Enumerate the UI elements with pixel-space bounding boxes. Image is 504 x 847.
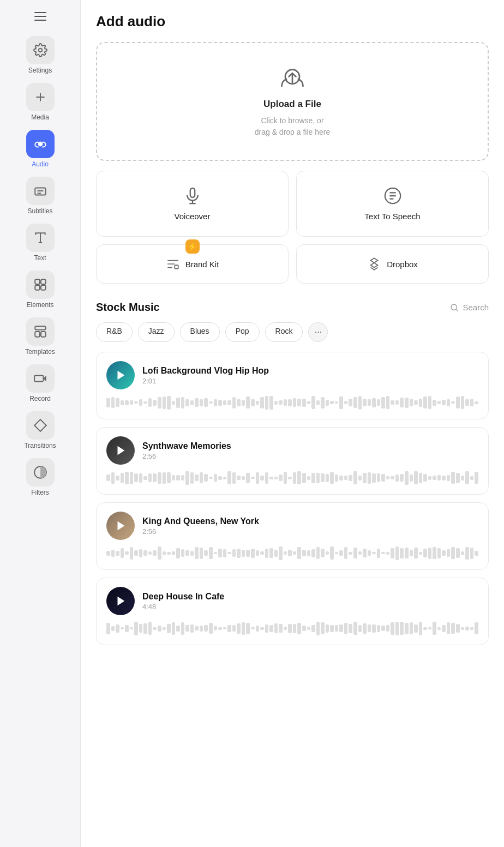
- settings-icon-wrap: [26, 36, 55, 64]
- stock-music-title: Stock Music: [96, 301, 160, 314]
- play-icon-1: [115, 369, 127, 381]
- svg-point-0: [38, 49, 42, 52]
- sidebar-item-transitions[interactable]: Transitions: [0, 407, 80, 454]
- text-label: Text: [34, 254, 46, 262]
- genre-jazz[interactable]: Jazz: [138, 322, 175, 342]
- page-title: Add audio: [96, 13, 489, 30]
- waveform-2: [106, 470, 478, 485]
- settings-label: Settings: [28, 67, 52, 74]
- text-icon-wrap: [26, 224, 55, 252]
- svg-rect-14: [35, 326, 46, 330]
- waveform-4: [106, 621, 478, 636]
- media-label: Media: [31, 113, 49, 121]
- genre-rnb[interactable]: R&B: [96, 322, 133, 342]
- track-info-2: Synthwave Memories 2:56: [142, 441, 478, 460]
- sidebar-item-filters[interactable]: Filters: [0, 454, 80, 501]
- sidebar-item-templates[interactable]: Templates: [0, 313, 80, 360]
- track-card-3[interactable]: King And Queens, New York 2:56: [96, 502, 489, 570]
- dropbox-card[interactable]: Dropbox: [296, 244, 489, 284]
- track-duration-1: 2:01: [142, 377, 478, 385]
- templates-icon: [33, 325, 47, 339]
- svg-marker-28: [118, 371, 125, 380]
- microphone-icon: [183, 187, 202, 205]
- brandkit-label: Brand Kit: [185, 260, 219, 269]
- lightning-badge: ⚡: [185, 239, 200, 254]
- track-card-1[interactable]: Lofi Background Vlog Hip Hop 2:01: [96, 352, 489, 419]
- tts-card[interactable]: Text To Speech: [296, 171, 489, 237]
- search-icon: [449, 303, 459, 313]
- subtitles-icon: [33, 184, 47, 198]
- upload-subtitle: Click to browse, ordrag & drop a file he…: [255, 115, 331, 138]
- dropbox-icon: [367, 257, 381, 271]
- play-icon-2: [115, 444, 127, 456]
- play-icon-3: [115, 520, 127, 532]
- play-icon-4: [115, 595, 127, 607]
- genre-blues[interactable]: Blues: [180, 322, 220, 342]
- svg-rect-15: [35, 332, 40, 337]
- genre-row: R&B Jazz Blues Pop Rock ···: [96, 322, 489, 342]
- sidebar-item-record[interactable]: Record: [0, 360, 80, 407]
- svg-rect-17: [34, 376, 43, 382]
- media-icon: [33, 90, 47, 104]
- svg-marker-31: [118, 597, 125, 606]
- svg-marker-30: [118, 521, 125, 531]
- filters-icon-wrap: [26, 458, 55, 486]
- hamburger-menu[interactable]: [29, 7, 51, 26]
- audio-label: Audio: [32, 160, 49, 168]
- track-duration-4: 4:48: [142, 603, 478, 611]
- sidebar-item-subtitles[interactable]: Subtitles: [0, 172, 80, 219]
- genre-pop[interactable]: Pop: [225, 322, 260, 342]
- track-thumbnail-1: [106, 361, 135, 389]
- track-duration-2: 2:56: [142, 452, 478, 460]
- tts-icon: [383, 187, 402, 205]
- main-content: Add audio Upload a File Click to browse,…: [81, 0, 504, 847]
- upload-area[interactable]: Upload a File Click to browse, ordrag & …: [96, 42, 489, 161]
- svg-point-26: [451, 304, 457, 310]
- subtitles-icon-wrap: [26, 177, 55, 205]
- voiceover-label: Voiceover: [175, 212, 211, 221]
- upload-title: Upload a File: [263, 99, 321, 110]
- sidebar-item-audio[interactable]: Audio: [0, 125, 80, 172]
- record-label: Record: [29, 395, 51, 403]
- track-name-4: Deep House In Cafe: [142, 592, 478, 602]
- search-label: Search: [463, 303, 489, 312]
- svg-rect-12: [35, 285, 40, 290]
- templates-icon-wrap: [26, 317, 55, 346]
- track-duration-3: 2:56: [142, 527, 478, 536]
- text-icon: [33, 231, 47, 245]
- svg-rect-21: [190, 188, 195, 197]
- track-card-4[interactable]: Deep House In Cafe 4:48: [96, 578, 489, 645]
- sidebar-item-elements[interactable]: Elements: [0, 266, 80, 313]
- genre-rock[interactable]: Rock: [265, 322, 303, 342]
- genre-more-button[interactable]: ···: [308, 322, 328, 342]
- svg-rect-10: [35, 279, 40, 284]
- sidebar-item-settings[interactable]: Settings: [0, 32, 80, 79]
- sidebar-item-text[interactable]: Text: [0, 219, 80, 266]
- track-info-4: Deep House In Cafe 4:48: [142, 592, 478, 611]
- track-thumbnail-3: [106, 512, 135, 540]
- audio-icon-wrap: [26, 130, 55, 158]
- track-info-3: King And Queens, New York 2:56: [142, 516, 478, 536]
- sidebar-item-media[interactable]: Media: [0, 79, 80, 125]
- templates-label: Templates: [25, 348, 55, 356]
- audio-icon: [33, 137, 47, 151]
- elements-label: Elements: [26, 301, 53, 309]
- tts-label: Text To Speech: [364, 212, 420, 221]
- transitions-label: Transitions: [24, 442, 56, 449]
- filters-icon: [33, 465, 47, 479]
- svg-rect-25: [175, 265, 178, 269]
- elements-icon: [33, 278, 47, 292]
- track-card-2[interactable]: Synthwave Memories 2:56: [96, 427, 489, 495]
- transitions-icon-wrap: [26, 411, 55, 440]
- svg-line-27: [457, 309, 458, 311]
- brandkit-card[interactable]: ⚡ Brand Kit: [96, 244, 289, 284]
- waveform-1: [106, 395, 478, 410]
- track-thumbnail-4: [106, 587, 135, 615]
- track-name-3: King And Queens, New York: [142, 516, 478, 526]
- voiceover-card[interactable]: Voiceover: [96, 171, 289, 237]
- search-wrap[interactable]: Search: [449, 303, 489, 313]
- settings-icon: [33, 43, 47, 57]
- svg-rect-11: [41, 279, 46, 284]
- options-row: Voiceover Text To Speech: [96, 171, 489, 237]
- waveform-3: [106, 545, 478, 561]
